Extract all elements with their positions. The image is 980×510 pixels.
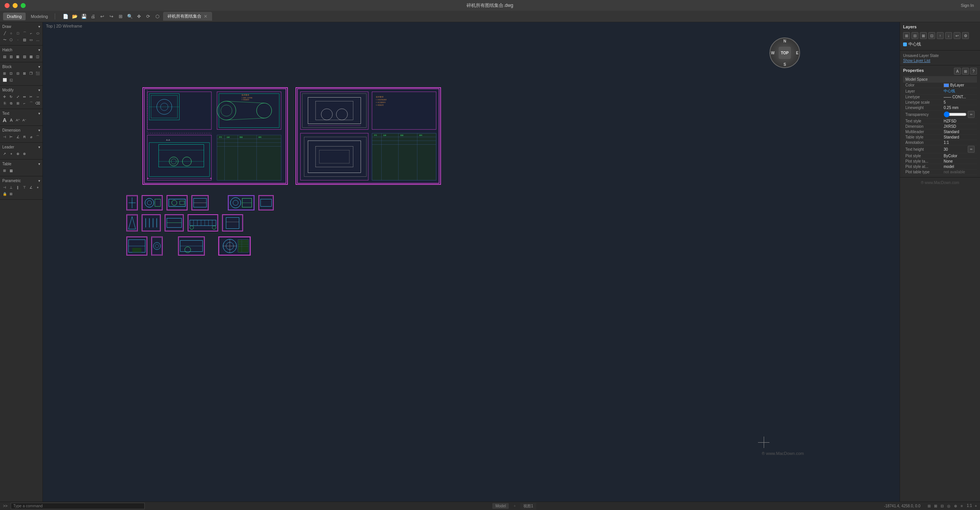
file-tab[interactable]: 碎机所有图纸集合 ✕ xyxy=(163,12,212,21)
leader-tool2[interactable]: ⌖ xyxy=(8,151,14,157)
block-tool4[interactable]: ⊠ xyxy=(21,70,28,77)
layer-icon-1[interactable]: ⊞ xyxy=(903,32,910,39)
circle-tool[interactable]: ○ xyxy=(8,30,14,36)
thumb-r2-5[interactable] xyxy=(222,214,243,231)
save-icon[interactable]: 💾 xyxy=(80,12,88,21)
thumb-r3-1[interactable] xyxy=(126,236,147,256)
thumb-r3-4[interactable] xyxy=(218,236,251,256)
param-tool5[interactable]: ∠ xyxy=(28,184,34,191)
drawing-container[interactable]: 技术要求 1. 材料: Q235钢 2. 焊接要求 A-A xyxy=(43,22,900,502)
block-tool7[interactable]: ⬜ xyxy=(2,77,8,83)
table-toggle[interactable]: ▾ xyxy=(38,162,40,166)
layer-icon-6[interactable]: ↓ xyxy=(945,32,952,39)
offset-tool[interactable]: ⧉ xyxy=(8,100,14,106)
dim-arc[interactable]: ⌒ xyxy=(35,134,41,140)
command-input[interactable] xyxy=(11,503,145,509)
osnap-toggle[interactable]: ⊕ xyxy=(953,503,958,508)
tab-modeling[interactable]: Modeling xyxy=(27,13,52,20)
modify-toggle[interactable]: ▾ xyxy=(38,88,40,92)
print-icon[interactable]: 🖨 xyxy=(89,12,97,21)
ortho-toggle[interactable]: ⊟ xyxy=(939,503,945,508)
hatch-section-header[interactable]: Hatch ▾ xyxy=(1,47,42,53)
thumb-r2-4[interactable] xyxy=(188,214,218,231)
param-tool7[interactable]: 🔒 xyxy=(2,191,8,197)
block-tool8[interactable]: ◱ xyxy=(8,77,14,83)
dim-aligned[interactable]: ⊢ xyxy=(8,134,14,140)
maximize-button[interactable] xyxy=(21,3,26,8)
layer-icon-3[interactable]: ⊠ xyxy=(920,32,927,39)
new-file-icon[interactable]: 📄 xyxy=(61,12,70,21)
polyline-tool[interactable]: ⌐ xyxy=(28,30,34,36)
signin-link[interactable]: Sign In xyxy=(961,3,974,8)
leader-tool4[interactable]: ⊗ xyxy=(21,151,28,157)
line-tool[interactable]: ╱ xyxy=(2,30,8,36)
orbit-icon[interactable]: ⟳ xyxy=(144,12,152,21)
text-toggle[interactable]: ▾ xyxy=(38,111,40,116)
minimize-button[interactable] xyxy=(13,3,18,8)
dim-radius[interactable]: R xyxy=(21,134,28,140)
copy-tool[interactable]: ⎘ xyxy=(2,100,8,106)
fillet-tool[interactable]: ⌐ xyxy=(21,100,28,106)
pan-icon[interactable]: ✥ xyxy=(135,12,143,21)
dim-linear[interactable]: ⊣ xyxy=(2,134,8,140)
param-tool4[interactable]: ⊤ xyxy=(21,184,28,191)
lineweight-toggle[interactable]: ≡ xyxy=(959,503,964,508)
scale-tool[interactable]: ⤢ xyxy=(15,94,21,100)
show-layer-list-link[interactable]: Show Layer List xyxy=(903,59,977,63)
param-tool1[interactable]: ⊣ xyxy=(2,184,8,191)
layer-icon-4[interactable]: ⊡ xyxy=(928,32,935,39)
hatch-tool2[interactable]: ▥ xyxy=(8,54,14,60)
thumb-r2-3[interactable] xyxy=(165,214,184,231)
thumb-r2-2[interactable] xyxy=(142,214,161,231)
layer-icon-7[interactable]: ↩ xyxy=(954,32,960,39)
transparency-edit-btn[interactable]: ✏ xyxy=(968,111,975,118)
more-draw[interactable]: … xyxy=(35,37,41,43)
zoom-in-icon[interactable]: 🔍 xyxy=(126,12,134,21)
grid-toggle[interactable]: ⊞ xyxy=(926,503,932,508)
thumb-2[interactable] xyxy=(142,195,163,210)
hatch-tool5[interactable]: ▩ xyxy=(28,54,34,60)
block-tool1[interactable]: ⊞ xyxy=(2,70,8,77)
block-tool6[interactable]: ⬛ xyxy=(35,70,41,77)
hatch-tool3[interactable]: ▦ xyxy=(15,54,21,60)
3d-icon[interactable]: ⬡ xyxy=(153,12,162,21)
canvas-area[interactable]: Top | 2D Wireframe N S E W TOP xyxy=(43,22,900,502)
spline-tool[interactable]: 〜 xyxy=(2,37,8,43)
dim-angular[interactable]: ∠ xyxy=(15,134,21,140)
thumb-1[interactable] xyxy=(126,195,138,210)
block-toggle[interactable]: ▾ xyxy=(38,65,40,69)
ellipse-tool[interactable]: ⬭ xyxy=(35,30,41,36)
undo-icon[interactable]: ↩ xyxy=(98,12,106,21)
thumb-3[interactable] xyxy=(167,195,188,210)
transparency-slider[interactable] xyxy=(944,113,967,116)
param-tool3[interactable]: ∥ xyxy=(15,184,21,191)
point-tool[interactable]: · xyxy=(15,37,21,43)
thumb-4[interactable] xyxy=(191,195,209,210)
zoom-extents-icon[interactable]: ⊞ xyxy=(116,12,125,21)
properties-toggle-3[interactable]: ? xyxy=(970,68,977,75)
table-section-header[interactable]: Table ▾ xyxy=(1,161,42,167)
trim-tool[interactable]: ✂ xyxy=(28,94,34,100)
modify-section-header[interactable]: Modify ▾ xyxy=(1,87,42,93)
hatch-tool4[interactable]: ▧ xyxy=(21,54,28,60)
main-drawing-left[interactable]: 技术要求 1. 材料: Q235钢 2. 焊接要求 A-A xyxy=(142,87,288,185)
dim-diameter[interactable]: ⌀ xyxy=(28,134,34,140)
param-tool8[interactable]: ⊞ xyxy=(8,191,14,197)
leader-toggle[interactable]: ▾ xyxy=(38,145,40,149)
text-tool-a[interactable]: A xyxy=(8,117,14,123)
block-tool5[interactable]: ❐ xyxy=(28,70,34,77)
layer-icon-8[interactable]: ⚙ xyxy=(962,32,969,39)
parametric-toggle[interactable]: ▾ xyxy=(38,179,40,183)
file-tab-close[interactable]: ✕ xyxy=(204,14,207,19)
block-tool3[interactable]: ⊟ xyxy=(15,70,21,77)
table-tool2[interactable]: ▦ xyxy=(8,168,14,174)
array-tool[interactable]: ⊞ xyxy=(15,100,21,106)
table-tool1[interactable]: ⊞ xyxy=(2,168,8,174)
thumb-r2-1[interactable] xyxy=(126,214,138,231)
polygon-tool[interactable]: ⬡ xyxy=(8,37,14,43)
extend-tool[interactable]: ↔ xyxy=(35,94,41,100)
view-tab[interactable]: 视图1 xyxy=(520,503,536,510)
parametric-section-header[interactable]: Parametric ▾ xyxy=(1,178,42,184)
dimension-section-header[interactable]: Dimension ▾ xyxy=(1,127,42,133)
layer-icon-2[interactable]: ⊟ xyxy=(911,32,918,39)
